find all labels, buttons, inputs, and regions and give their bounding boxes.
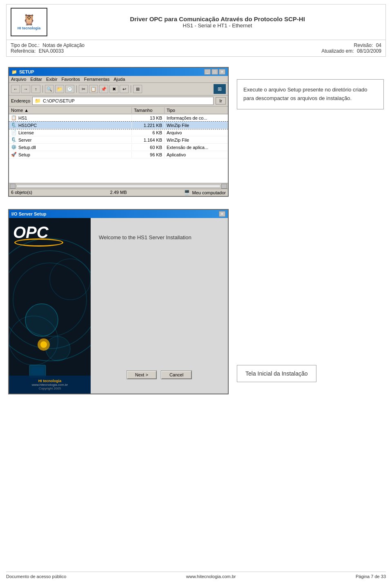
- description-2-box: Tela Inicial da Instalação: [237, 365, 316, 382]
- file-name-text: License: [18, 130, 34, 135]
- sidebar-url-text: www.hitecnologia.com.br: [12, 383, 87, 387]
- close-button[interactable]: ✕: [219, 69, 225, 75]
- file-size-cell: 60 KB: [132, 145, 165, 150]
- setup-buttons: Next > Cancel: [99, 370, 220, 385]
- document-header: 🦉 HI tecnologia Driver OPC para Comunica…: [6, 4, 386, 57]
- menu-editar[interactable]: Editar: [30, 77, 42, 82]
- document-title-main: Driver OPC para Comunicação Através do P…: [53, 16, 381, 22]
- menu-ajuda[interactable]: Ajuda: [114, 77, 125, 82]
- svg-point-8: [40, 341, 47, 348]
- status-computer: 🖥️ Meu computador: [157, 190, 226, 195]
- folder-icon[interactable]: 📁: [55, 85, 64, 93]
- doc-type-label: Tipo de Doc.:: [11, 42, 40, 48]
- file-name-cell: 🗜️ Server: [9, 137, 132, 143]
- ref-value: ENA.00033: [39, 48, 64, 54]
- revision-label: Revisão:: [354, 42, 373, 48]
- search-icon[interactable]: 🔍: [45, 85, 54, 93]
- computer-icon: 🖥️: [184, 190, 190, 195]
- setup-titlebar: I/O Server Setup ✕: [9, 210, 228, 218]
- setup-title-text: I/O Server Setup: [11, 211, 47, 216]
- explorer-statusbar: 6 objeto(s) 2.49 MB 🖥️ Meu computador: [9, 189, 228, 196]
- svg-point-6: [46, 336, 70, 361]
- revision-value: 04: [376, 42, 381, 48]
- file-icon: 🗜️: [11, 137, 17, 142]
- status-size: 2.49 MB: [84, 190, 153, 195]
- minimize-button[interactable]: _: [204, 69, 211, 75]
- maximize-button[interactable]: □: [212, 69, 218, 75]
- footer-mid: www.hitecnologia.com.br: [186, 574, 236, 579]
- file-type-cell: Extensão de aplica...: [165, 145, 228, 150]
- file-type-cell: Informações de co...: [165, 115, 228, 121]
- address-input[interactable]: 📁 C:\OPC\SETUP: [32, 97, 214, 105]
- toolbar-sep-2: [76, 85, 77, 93]
- cut-icon[interactable]: ✂: [79, 85, 88, 93]
- paste-icon[interactable]: 📌: [99, 85, 108, 93]
- footer-right: Página 7 de 33: [356, 574, 386, 579]
- explorer-window: 📁 SETUP _ □ ✕ Arquivo Editar Exibir Favo…: [8, 67, 229, 197]
- setup-window: I/O Server Setup ✕: [8, 209, 229, 394]
- view-icon[interactable]: ⊞: [133, 85, 142, 93]
- svg-point-4: [50, 259, 91, 300]
- copy-icon[interactable]: 📋: [89, 85, 98, 93]
- delete-icon[interactable]: ✖: [109, 85, 118, 93]
- setup-body: OPC HI tecnologia www.hitecnologia.com.b…: [9, 218, 228, 394]
- col-size-header[interactable]: Tamanho: [132, 107, 165, 113]
- file-icon: 📄: [11, 130, 17, 135]
- file-size-cell: 6 KB: [132, 130, 165, 136]
- file-list: 📋 HS1 13 KB Informações de co... 🗜️ HS1O…: [9, 114, 228, 183]
- file-type-cell: Arquivo: [165, 130, 228, 136]
- explorer-titlebar: 📁 SETUP _ □ ✕: [9, 68, 228, 76]
- menu-exibir[interactable]: Exibir: [46, 77, 58, 82]
- menu-ferramentas[interactable]: Ferramentas: [84, 77, 109, 82]
- document-footer: Documento de acesso público www.hitecnol…: [6, 572, 386, 579]
- file-row[interactable]: 🚀 Setup 96 KB Aplicativo: [9, 151, 228, 158]
- file-name-text: HS1OPC: [18, 123, 37, 128]
- file-name-cell: 🚀 Setup: [9, 151, 132, 158]
- col-name-header[interactable]: Nome ▲: [9, 107, 132, 113]
- updated-label: Atualizado em:: [321, 48, 354, 54]
- file-list-header: Nome ▲ Tamanho Tipo: [9, 107, 228, 114]
- col-type-header[interactable]: Tipo: [165, 107, 228, 113]
- address-path-text: C:\OPC\SETUP: [43, 98, 75, 103]
- cancel-button[interactable]: Cancel: [161, 370, 192, 379]
- document-title-sub: HS1 - Serial e HT1 - Ethernet: [53, 22, 381, 29]
- explorer-menubar: Arquivo Editar Exibir Favoritos Ferramen…: [9, 76, 228, 83]
- explorer-title-text: SETUP: [19, 69, 34, 74]
- opc-logo: OPC: [9, 218, 91, 249]
- explorer-toolbar: ← → ↑ 🔍 📁 🕐 ✂ 📋 📌 ✖ ↩ ⊞ ⊞: [9, 83, 228, 96]
- main-content: 📁 SETUP _ □ ✕ Arquivo Editar Exibir Favo…: [0, 61, 392, 401]
- sidebar-brand-text: HI tecnologia: [12, 379, 87, 383]
- toolbar-sep-1: [42, 85, 43, 93]
- sidebar-copyright-text: Copyright 2005: [12, 387, 87, 390]
- file-name-cell: 🗜️ HS1OPC: [9, 122, 132, 128]
- file-row[interactable]: 🗜️ Server 1.164 KB WinZip File: [9, 136, 228, 144]
- history-icon[interactable]: 🕐: [65, 85, 74, 93]
- menu-arquivo[interactable]: Arquivo: [11, 77, 26, 82]
- file-type-cell: WinZip File: [165, 137, 228, 143]
- up-button[interactable]: ↑: [31, 85, 40, 93]
- undo-icon[interactable]: ↩: [120, 85, 129, 93]
- file-name-text: HS1: [18, 116, 27, 120]
- forward-button[interactable]: →: [21, 85, 30, 93]
- file-icon: 📋: [11, 115, 17, 120]
- file-size-cell: 96 KB: [132, 152, 165, 158]
- file-type-cell: Aplicativo: [165, 152, 228, 158]
- horizontal-scrollbar[interactable]: [9, 183, 228, 189]
- folder-small-icon: 📁: [35, 98, 41, 104]
- section-2: I/O Server Setup ✕: [8, 209, 384, 394]
- doc-type-value: Notas de Aplicação: [42, 42, 85, 48]
- company-logo: 🦉 HI tecnologia: [11, 8, 47, 36]
- file-icon: 🗜️: [11, 122, 17, 128]
- address-bar: Endereço 📁 C:\OPC\SETUP Ir: [9, 96, 228, 107]
- setup-close-button[interactable]: ✕: [219, 211, 225, 217]
- address-label: Endereço: [11, 98, 30, 103]
- file-row[interactable]: 📋 HS1 13 KB Informações de co...: [9, 114, 228, 122]
- next-button[interactable]: Next >: [127, 370, 157, 379]
- file-name-cell: ⚙️ Setup.dll: [9, 144, 132, 150]
- file-row[interactable]: 🗜️ HS1OPC 1.221 KB WinZip File: [9, 122, 228, 129]
- go-button[interactable]: Ir: [216, 97, 226, 105]
- file-row[interactable]: ⚙️ Setup.dll 60 KB Extensão de aplica...: [9, 144, 228, 151]
- menu-favoritos[interactable]: Favoritos: [62, 77, 80, 82]
- back-button[interactable]: ←: [11, 85, 20, 93]
- file-row[interactable]: 📄 License 6 KB Arquivo: [9, 129, 228, 136]
